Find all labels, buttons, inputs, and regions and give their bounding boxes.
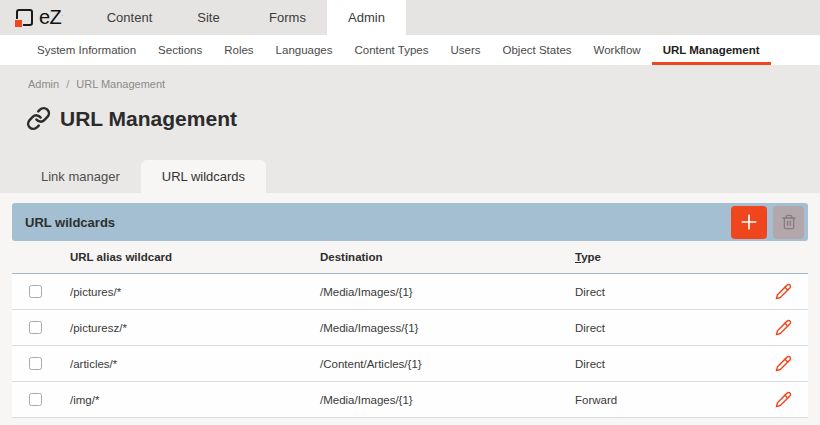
edit-wildcard-button[interactable] — [773, 281, 794, 302]
pencil-edit-icon — [775, 283, 792, 300]
main-nav-content[interactable]: Content — [90, 0, 169, 35]
table-row: /articles/* /Content/Articles/{1} Direct — [12, 346, 808, 382]
row-checkbox[interactable] — [29, 321, 42, 334]
subnav-users[interactable]: Users — [439, 35, 491, 65]
header-type: Type — [575, 251, 756, 263]
edit-wildcard-button[interactable] — [773, 353, 794, 374]
cell-type: Direct — [575, 286, 756, 298]
tab-link-manager[interactable]: Link manager — [20, 160, 141, 193]
add-wildcard-button[interactable] — [731, 206, 767, 239]
table-header-row: URL alias wildcard Destination Type — [12, 241, 808, 274]
panel-actions — [731, 206, 804, 239]
admin-sub-nav: System Information Sections Roles Langua… — [0, 35, 820, 65]
page-title-text: URL Management — [60, 107, 237, 131]
table-row: /pictures/* /Media/Images/{1} Direct — [12, 274, 808, 310]
cell-url-alias-wildcard: /pictures/* — [70, 286, 320, 298]
cell-destination: /Media/Imagess/{1} — [320, 322, 575, 334]
breadcrumb: Admin / URL Management — [0, 78, 820, 90]
cell-type: Forward — [575, 394, 756, 406]
cell-destination: /Media/Images/{1} — [320, 394, 575, 406]
subnav-roles[interactable]: Roles — [213, 35, 264, 65]
page-title: URL Management — [26, 106, 820, 131]
cell-type: Direct — [575, 322, 756, 334]
link-icon — [26, 106, 51, 131]
top-bar: eZ ´ Content Site Forms Admin — [0, 0, 820, 35]
subnav-sections[interactable]: Sections — [147, 35, 213, 65]
cell-url-alias-wildcard: /picturesz/* — [70, 322, 320, 334]
main-nav: Content Site Forms Admin — [90, 0, 406, 35]
subnav-system-information[interactable]: System Information — [26, 35, 147, 65]
cell-url-alias-wildcard: /img/* — [70, 394, 320, 406]
subnav-object-states[interactable]: Object States — [492, 35, 583, 65]
cell-destination: /Content/Articles/{1} — [320, 358, 575, 370]
url-wildcards-table: URL alias wildcard Destination Type /pic… — [12, 241, 808, 418]
panel-title: URL wildcards — [25, 215, 115, 230]
plus-icon — [739, 212, 759, 232]
subnav-languages[interactable]: Languages — [265, 35, 344, 65]
subnav-workflow[interactable]: Workflow — [583, 35, 652, 65]
main-nav-site[interactable]: Site — [169, 0, 248, 35]
row-checkbox[interactable] — [29, 357, 42, 370]
ez-logo-orange-square — [14, 19, 23, 28]
ez-logo[interactable]: eZ ´ — [0, 0, 78, 35]
edit-wildcard-button[interactable] — [773, 317, 794, 338]
tab-content: URL wildcards URL alias wildcard Destina — [0, 193, 820, 425]
pencil-edit-icon — [775, 391, 792, 408]
main-nav-forms[interactable]: Forms — [248, 0, 327, 35]
cell-url-alias-wildcard: /articles/* — [70, 358, 320, 370]
pencil-edit-icon — [775, 319, 792, 336]
breadcrumb-separator: / — [66, 78, 69, 90]
ez-logo-text: eZ — [39, 6, 61, 29]
main-nav-admin[interactable]: Admin — [327, 0, 406, 35]
row-checkbox[interactable] — [29, 285, 42, 298]
row-checkbox[interactable] — [29, 393, 42, 406]
cell-destination: /Media/Images/{1} — [320, 286, 575, 298]
cell-type: Direct — [575, 358, 756, 370]
delete-wildcard-button[interactable] — [773, 206, 804, 239]
url-wildcards-panel-header: URL wildcards — [12, 203, 808, 241]
subnav-content-types[interactable]: Content Types — [344, 35, 440, 65]
header-url-alias-wildcard: URL alias wildcard — [70, 251, 320, 263]
edit-wildcard-button[interactable] — [773, 389, 794, 410]
tab-bar: Link manager URL wildcards — [0, 160, 820, 193]
trash-icon — [781, 214, 797, 230]
ez-logo-icon — [16, 9, 33, 26]
table-row: /img/* /Media/Images/{1} Forward — [12, 382, 808, 418]
subnav-url-management[interactable]: URL Management — [652, 35, 771, 65]
table-row: /picturesz/* /Media/Imagess/{1} Direct — [12, 310, 808, 346]
header-destination: Destination — [320, 251, 575, 263]
tab-url-wildcards[interactable]: URL wildcards — [141, 160, 266, 193]
pencil-edit-icon — [775, 355, 792, 372]
breadcrumb-admin[interactable]: Admin — [28, 78, 59, 90]
page-header-section: Admin / URL Management URL Management Li… — [0, 65, 820, 193]
ez-logo-trademark: ´ — [61, 11, 64, 25]
breadcrumb-url-management: URL Management — [76, 78, 165, 90]
